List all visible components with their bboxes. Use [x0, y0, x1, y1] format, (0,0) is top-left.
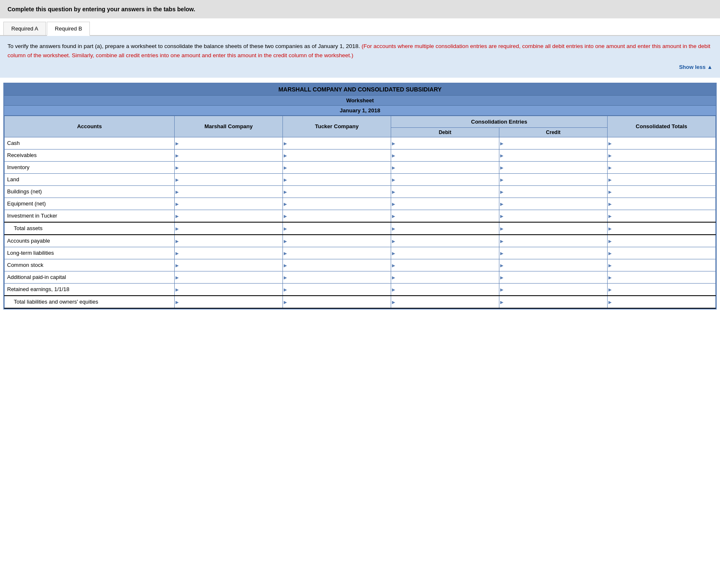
credit-input-cell[interactable]: ▶	[499, 271, 607, 283]
consolidated-input-cell[interactable]: ▶	[607, 259, 715, 271]
consolidated-input-cell[interactable]: ▶	[607, 185, 715, 198]
debit-input-cell[interactable]: ▶	[391, 185, 499, 198]
marshall-input[interactable]	[175, 271, 282, 283]
consolidated-input[interactable]	[608, 198, 715, 210]
credit-input[interactable]	[499, 186, 607, 198]
tucker-input-cell[interactable]: ▶	[282, 247, 391, 259]
marshall-input[interactable]	[175, 137, 282, 149]
credit-input[interactable]	[499, 271, 607, 283]
marshall-input-cell[interactable]: ▶	[175, 173, 283, 185]
marshall-input[interactable]	[175, 284, 282, 295]
debit-input-cell[interactable]: ▶	[391, 198, 499, 210]
marshall-input-cell[interactable]: ▶	[175, 247, 283, 259]
debit-input-cell[interactable]: ▶	[391, 247, 499, 259]
tucker-input-cell[interactable]: ▶	[282, 137, 391, 149]
tucker-input[interactable]	[283, 137, 391, 149]
credit-input-cell[interactable]: ▶	[499, 247, 607, 259]
tab-required-a[interactable]: Required A	[3, 22, 46, 35]
tucker-input[interactable]	[283, 247, 391, 259]
tucker-input-cell[interactable]: ▶	[282, 235, 391, 247]
marshall-input[interactable]	[175, 259, 282, 271]
tucker-input-cell[interactable]: ▶	[282, 271, 391, 283]
tucker-input-cell[interactable]: ▶	[282, 173, 391, 185]
consolidated-input[interactable]	[608, 223, 715, 234]
marshall-input-cell[interactable]: ▶	[175, 149, 283, 161]
debit-input-cell[interactable]: ▶	[391, 210, 499, 222]
marshall-input-cell[interactable]: ▶	[175, 210, 283, 222]
consolidated-input-cell[interactable]: ▶	[607, 296, 715, 308]
tucker-input-cell[interactable]: ▶	[282, 161, 391, 173]
consolidated-input-cell[interactable]: ▶	[607, 173, 715, 185]
debit-input-cell[interactable]: ▶	[391, 271, 499, 283]
credit-input-cell[interactable]: ▶	[499, 161, 607, 173]
marshall-input[interactable]	[175, 210, 282, 222]
marshall-input-cell[interactable]: ▶	[175, 222, 283, 235]
consolidated-input[interactable]	[608, 210, 715, 222]
tucker-input-cell[interactable]: ▶	[282, 222, 391, 235]
debit-input[interactable]	[391, 247, 499, 259]
marshall-input[interactable]	[175, 198, 282, 210]
tucker-input[interactable]	[283, 162, 391, 173]
tab-required-b[interactable]: Required B	[47, 22, 90, 36]
consolidated-input-cell[interactable]: ▶	[607, 149, 715, 161]
debit-input-cell[interactable]: ▶	[391, 259, 499, 271]
debit-input[interactable]	[391, 223, 499, 234]
tucker-input[interactable]	[283, 174, 391, 185]
consolidated-input[interactable]	[608, 247, 715, 259]
marshall-input[interactable]	[175, 186, 282, 198]
marshall-input-cell[interactable]: ▶	[175, 271, 283, 283]
debit-input[interactable]	[391, 174, 499, 185]
marshall-input-cell[interactable]: ▶	[175, 137, 283, 149]
consolidated-input-cell[interactable]: ▶	[607, 235, 715, 247]
marshall-input-cell[interactable]: ▶	[175, 283, 283, 296]
debit-input-cell[interactable]: ▶	[391, 161, 499, 173]
consolidated-input-cell[interactable]: ▶	[607, 161, 715, 173]
marshall-input[interactable]	[175, 174, 282, 185]
marshall-input-cell[interactable]: ▶	[175, 198, 283, 210]
marshall-input-cell[interactable]: ▶	[175, 296, 283, 308]
credit-input-cell[interactable]: ▶	[499, 283, 607, 296]
credit-input[interactable]	[499, 210, 607, 222]
consolidated-input-cell[interactable]: ▶	[607, 198, 715, 210]
tucker-input-cell[interactable]: ▶	[282, 198, 391, 210]
consolidated-input-cell[interactable]: ▶	[607, 137, 715, 149]
consolidated-input[interactable]	[608, 174, 715, 185]
credit-input[interactable]	[499, 137, 607, 149]
consolidated-input[interactable]	[608, 271, 715, 283]
credit-input-cell[interactable]: ▶	[499, 185, 607, 198]
tucker-input-cell[interactable]: ▶	[282, 259, 391, 271]
consolidated-input-cell[interactable]: ▶	[607, 210, 715, 222]
credit-input-cell[interactable]: ▶	[499, 222, 607, 235]
debit-input-cell[interactable]: ▶	[391, 137, 499, 149]
credit-input[interactable]	[499, 223, 607, 234]
debit-input[interactable]	[391, 235, 499, 247]
tucker-input-cell[interactable]: ▶	[282, 185, 391, 198]
debit-input-cell[interactable]: ▶	[391, 149, 499, 161]
credit-input[interactable]	[499, 150, 607, 161]
tucker-input-cell[interactable]: ▶	[282, 210, 391, 222]
debit-input[interactable]	[391, 296, 499, 308]
debit-input-cell[interactable]: ▶	[391, 235, 499, 247]
credit-input-cell[interactable]: ▶	[499, 210, 607, 222]
credit-input[interactable]	[499, 259, 607, 271]
debit-input-cell[interactable]: ▶	[391, 222, 499, 235]
consolidated-input-cell[interactable]: ▶	[607, 283, 715, 296]
credit-input-cell[interactable]: ▶	[499, 235, 607, 247]
debit-input[interactable]	[391, 198, 499, 210]
consolidated-input[interactable]	[608, 259, 715, 271]
consolidated-input[interactable]	[608, 296, 715, 308]
consolidated-input[interactable]	[608, 284, 715, 295]
consolidated-input[interactable]	[608, 186, 715, 198]
consolidated-input[interactable]	[608, 235, 715, 247]
marshall-input[interactable]	[175, 247, 282, 259]
tucker-input-cell[interactable]: ▶	[282, 283, 391, 296]
marshall-input[interactable]	[175, 223, 282, 234]
consolidated-input[interactable]	[608, 137, 715, 149]
marshall-input-cell[interactable]: ▶	[175, 235, 283, 247]
credit-input-cell[interactable]: ▶	[499, 137, 607, 149]
tucker-input[interactable]	[283, 284, 391, 295]
debit-input[interactable]	[391, 186, 499, 198]
consolidated-input[interactable]	[608, 162, 715, 173]
tucker-input[interactable]	[283, 223, 391, 234]
debit-input-cell[interactable]: ▶	[391, 283, 499, 296]
